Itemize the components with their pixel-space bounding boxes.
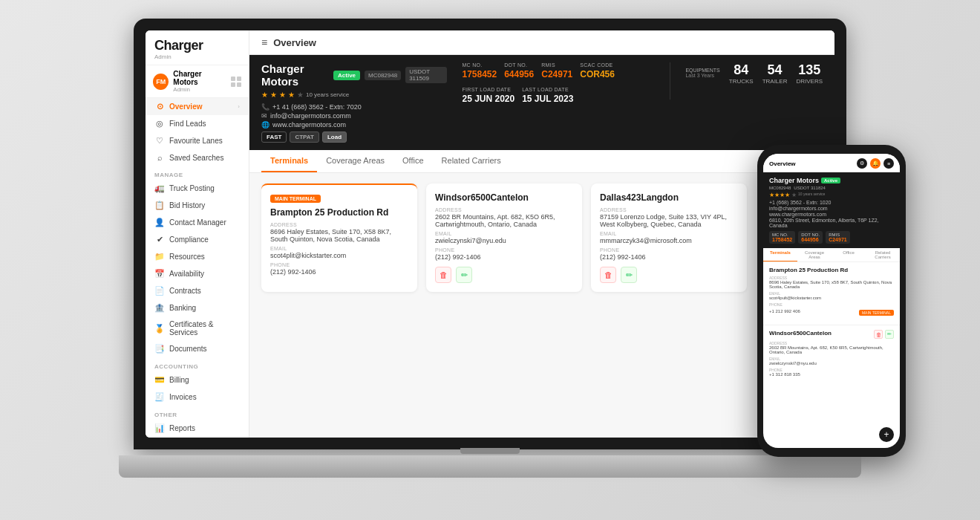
first-load-stat: FIRST LOAD DATE 25 JUN 2020	[462, 87, 514, 104]
bid-icon: 📋	[154, 201, 165, 210]
drivers-stat: 135 DRIVERS	[796, 62, 823, 85]
star-1: ★	[261, 91, 268, 99]
sidebar-item-resources[interactable]: 📁 Resources	[146, 248, 249, 265]
nav-overview-label: Overview	[169, 103, 202, 111]
phone-rmis-stat: RMISC24971	[826, 231, 850, 244]
phone-contact-address: 6810, 20th Street, Edmonton, Alberta, T6…	[769, 218, 894, 228]
phone-device: Overview ⚙ 🔔 ≡ Charger Motors Active MC0…	[757, 145, 906, 457]
phone-usdot: USDOT 311824	[794, 186, 826, 190]
menu-icon[interactable]: ≡	[261, 36, 267, 48]
tab-office[interactable]: Office	[393, 150, 433, 172]
terminal-3-delete-btn[interactable]: 🗑	[600, 267, 616, 283]
sidebar-item-truck-posting[interactable]: 🚛 Truck Posting	[146, 180, 249, 197]
phone-mc: MC082948	[769, 186, 791, 190]
sidebar-item-documents[interactable]: 📑 Documents	[146, 340, 249, 357]
user-profile[interactable]: FM Charger Motors Admin	[146, 65, 249, 98]
screen-bezel: Charger Admin FM Charger Motors Admin	[134, 19, 846, 449]
certificates-icon: 🏅	[154, 324, 165, 334]
sidebar-item-banking[interactable]: 🏦 Banking	[146, 299, 249, 316]
terminal-1-email: scot4plit@kickstarter.com	[270, 252, 408, 259]
rmis-stat: RMIS C24971	[541, 62, 572, 79]
nav-favourite-label: Favourite Lanes	[169, 137, 223, 145]
phone-terminal-1-name: Brampton 25 Production Rd	[769, 267, 894, 273]
last-load-stat: LAST LOAD DATE 15 JUL 2023	[522, 87, 573, 104]
terminal-2-name: Windsor6500Cantelon	[435, 192, 573, 203]
tab-related-carriers[interactable]: Related Carriers	[433, 150, 510, 172]
terminal-3-address-label: ADDRESS	[600, 207, 738, 212]
rating-text: 10 years service	[306, 91, 349, 98]
phone-dot-stat: DOT NO.644956	[798, 231, 823, 244]
compliance-icon: ✔	[154, 235, 165, 244]
truck-icon: 🚛	[154, 183, 165, 193]
terminal-3-email-label: EMAIL	[600, 231, 738, 236]
sidebar-item-help[interactable]: ❓ Help & Support	[146, 437, 249, 438]
company-header: Charger Motors Active MC082948 USDOT 311…	[249, 55, 834, 150]
resources-icon: 📁	[154, 252, 165, 261]
company-info: Charger Motors Active MC082948 USDOT 311…	[261, 62, 447, 143]
logo-text: Charger	[154, 38, 240, 53]
nav-saved-label: Saved Searches	[169, 154, 223, 162]
grid-icon[interactable]	[231, 77, 241, 87]
phone-tab-terminals[interactable]: Terminals	[763, 248, 797, 261]
equipment-label: EQUIPMENTS	[685, 68, 719, 73]
tab-coverage-areas[interactable]: Coverage Areas	[317, 150, 393, 172]
star-4: ★	[288, 91, 295, 99]
terminal-card-1: MAIN TERMINAL Brampton 25 Production Rd …	[261, 183, 417, 292]
terminal-2-email-label: EMAIL	[435, 231, 573, 236]
terminal-3-phone: (212) 992-1406	[600, 253, 738, 261]
sidebar-item-invoices[interactable]: 🧾 Invoices	[146, 389, 249, 406]
terminal-2-edit-btn[interactable]: ✏	[456, 267, 472, 283]
sidebar-item-overview[interactable]: ⊙ Overview ›	[146, 98, 249, 115]
terminal-2-address-label: ADDRESS	[435, 207, 573, 212]
star-2: ★	[270, 91, 277, 99]
phone-contact-website: www.chargermotors.com	[769, 212, 894, 217]
sidebar-item-favourite-lanes[interactable]: ♡ Favourite Lanes	[146, 132, 249, 149]
terminal-3-address: 87159 Lorenzo Lodge, Suite 133, VIY 4PL,…	[600, 213, 738, 228]
phone-t1-email: scot4pult@kickstarter.com	[769, 296, 894, 300]
sidebar-item-availability[interactable]: 📅 Availability	[146, 265, 249, 282]
user-role: Admin	[173, 86, 226, 93]
sidebar-item-saved-searches[interactable]: ⌕ Saved Searches	[146, 149, 249, 166]
terminal-2-phone: (212) 992-1406	[435, 253, 573, 261]
phone-contact-email: info@chargermotors.com	[769, 206, 894, 211]
company-name: Charger Motors	[261, 62, 329, 88]
phone-t1-phone: +1 212 992 406	[769, 309, 800, 313]
terminal-1-address-label: ADDRESS	[270, 222, 408, 227]
phone-fab-button[interactable]: +	[879, 427, 894, 442]
phone-tab-related[interactable]: Related Carriers	[866, 248, 900, 261]
phone-bell-icon[interactable]: 🔔	[870, 158, 881, 169]
sidebar-item-bid-history[interactable]: 📋 Bid History	[146, 197, 249, 214]
phone-stats: MC NO.1758452 DOT NO.644956 RMISC24971	[769, 231, 894, 244]
phone-t2-delete[interactable]: 🗑	[874, 330, 883, 339]
phone-settings-icon[interactable]: ⚙	[857, 158, 867, 169]
phone-mc-stat: MC NO.1758452	[769, 231, 795, 244]
phone-t2-edit[interactable]: ✏	[885, 330, 894, 339]
sidebar-item-billing[interactable]: 💳 Billing	[146, 371, 249, 389]
laptop-base	[119, 455, 861, 478]
star-3: ★	[279, 91, 286, 99]
phone-tab-office[interactable]: Office	[832, 248, 866, 261]
terminal-2-delete-btn[interactable]: 🗑	[435, 267, 451, 283]
contact-icon: 👤	[154, 218, 165, 227]
sidebar-item-certificates[interactable]: 🏅 Certificates & Services	[146, 316, 249, 340]
terminal-3-name: Dallas423Langdon	[600, 192, 738, 203]
phone-menu-icon[interactable]: ≡	[883, 158, 894, 169]
terminal-2-email: zwielczynski7@nyu.edu	[435, 237, 573, 244]
sidebar-item-reports[interactable]: 📊 Reports	[146, 420, 249, 437]
phone-tab-coverage[interactable]: Coverage Areas	[797, 248, 832, 261]
equipment-sub: Last 3 Years	[685, 73, 719, 78]
terminal-3-edit-btn[interactable]: ✏	[621, 267, 637, 283]
documents-icon: 📑	[154, 344, 165, 354]
user-name: Charger Motors	[173, 70, 226, 86]
page-title: Overview	[273, 37, 316, 48]
overview-icon: ⊙	[154, 102, 165, 111]
sidebar-item-compliance[interactable]: ✔ Compliance	[146, 231, 249, 248]
tabs-row: Terminals Coverage Areas Office Related …	[249, 150, 834, 173]
sidebar-item-contact-manager[interactable]: 👤 Contact Manager	[146, 214, 249, 231]
tab-terminals[interactable]: Terminals	[261, 150, 317, 172]
sidebar-item-contracts[interactable]: 📄 Contracts	[146, 282, 249, 299]
phone-rating: 10 years service	[798, 192, 825, 198]
phone-t2-email: zwielczynski7@nyu.edu	[769, 361, 894, 365]
terminal-card-2: Windsor6500Cantelon ADDRESS 2602 BR Moun…	[426, 183, 582, 292]
sidebar-item-find-leads[interactable]: ◎ Find Leads	[146, 115, 249, 132]
